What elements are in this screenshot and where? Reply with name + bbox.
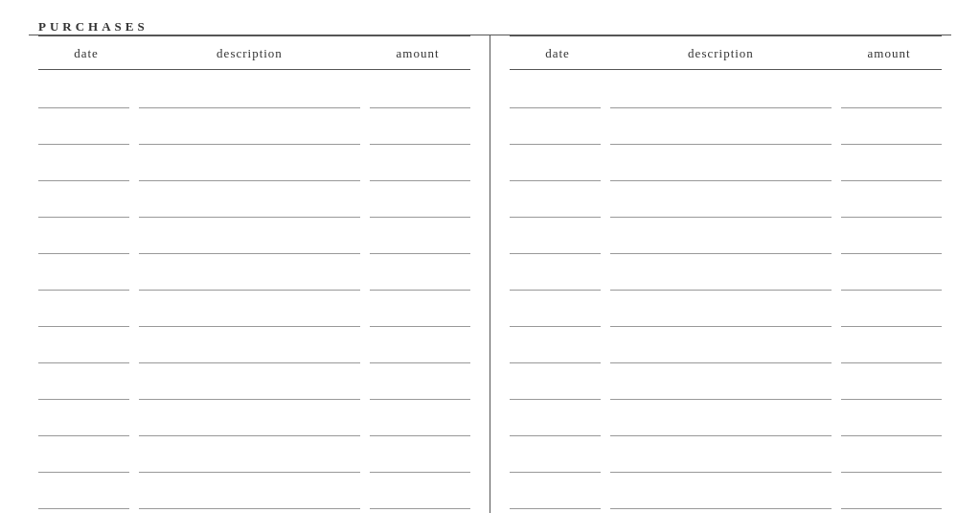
- desc-cell[interactable]: [610, 273, 832, 291]
- desc-cell[interactable]: [139, 383, 360, 400]
- table-row: [510, 329, 942, 365]
- date-cell[interactable]: [510, 91, 601, 108]
- left-col-description: description: [134, 46, 365, 61]
- date-cell[interactable]: [38, 164, 129, 181]
- table-row: [38, 183, 470, 220]
- desc-cell[interactable]: [610, 237, 832, 254]
- table-row: [510, 438, 942, 475]
- date-cell[interactable]: [510, 310, 601, 327]
- right-table: date description amount: [490, 35, 951, 513]
- desc-cell[interactable]: [139, 346, 360, 363]
- desc-cell[interactable]: [139, 164, 360, 181]
- date-cell[interactable]: [510, 419, 601, 436]
- date-cell[interactable]: [510, 346, 601, 363]
- section-title: PURCHASES: [29, 19, 951, 35]
- amount-cell[interactable]: [841, 164, 942, 181]
- desc-cell[interactable]: [610, 128, 832, 145]
- date-cell[interactable]: [510, 164, 601, 181]
- page-container: PURCHASES date description amount: [29, 19, 951, 513]
- date-cell[interactable]: [510, 273, 601, 291]
- table-row: [38, 110, 470, 147]
- date-cell[interactable]: [38, 419, 129, 436]
- desc-cell[interactable]: [610, 91, 832, 108]
- date-cell[interactable]: [38, 310, 129, 327]
- date-cell[interactable]: [38, 273, 129, 291]
- date-cell[interactable]: [38, 91, 129, 108]
- date-cell[interactable]: [38, 128, 129, 145]
- desc-cell[interactable]: [139, 273, 360, 291]
- amount-cell[interactable]: [841, 419, 942, 436]
- amount-cell[interactable]: [370, 237, 470, 254]
- date-cell[interactable]: [38, 492, 129, 509]
- desc-cell[interactable]: [610, 164, 832, 181]
- amount-cell[interactable]: [841, 346, 942, 363]
- table-row: [38, 329, 470, 365]
- amount-cell[interactable]: [841, 383, 942, 400]
- desc-cell[interactable]: [139, 200, 360, 218]
- desc-cell[interactable]: [610, 455, 832, 473]
- date-cell[interactable]: [38, 200, 129, 218]
- date-cell[interactable]: [510, 200, 601, 218]
- desc-cell[interactable]: [610, 346, 832, 363]
- table-row: [510, 147, 942, 183]
- left-col-amount: amount: [365, 46, 470, 61]
- desc-cell[interactable]: [139, 237, 360, 254]
- table-row: [38, 147, 470, 183]
- amount-cell[interactable]: [370, 383, 470, 400]
- table-row: [510, 475, 942, 511]
- amount-cell[interactable]: [370, 273, 470, 291]
- amount-cell[interactable]: [841, 200, 942, 218]
- desc-cell[interactable]: [139, 310, 360, 327]
- table-row: [38, 475, 470, 511]
- desc-cell[interactable]: [610, 492, 832, 509]
- desc-cell[interactable]: [139, 455, 360, 473]
- amount-cell[interactable]: [370, 91, 470, 108]
- amount-cell[interactable]: [841, 128, 942, 145]
- date-cell[interactable]: [38, 455, 129, 473]
- amount-cell[interactable]: [841, 455, 942, 473]
- table-row: [510, 402, 942, 438]
- table-row: [510, 74, 942, 110]
- date-cell[interactable]: [38, 237, 129, 254]
- amount-cell[interactable]: [370, 346, 470, 363]
- table-row: [38, 438, 470, 475]
- table-row: [38, 402, 470, 438]
- desc-cell[interactable]: [610, 310, 832, 327]
- table-row: [510, 220, 942, 256]
- desc-cell[interactable]: [139, 91, 360, 108]
- desc-cell[interactable]: [610, 419, 832, 436]
- date-cell[interactable]: [510, 455, 601, 473]
- table-row: [38, 220, 470, 256]
- right-rows: [510, 74, 942, 513]
- table-row: [38, 292, 470, 329]
- amount-cell[interactable]: [370, 164, 470, 181]
- amount-cell[interactable]: [370, 128, 470, 145]
- date-cell[interactable]: [510, 128, 601, 145]
- amount-cell[interactable]: [370, 200, 470, 218]
- amount-cell[interactable]: [841, 91, 942, 108]
- table-row: [510, 292, 942, 329]
- date-cell[interactable]: [38, 383, 129, 400]
- amount-cell[interactable]: [841, 310, 942, 327]
- right-col-amount: amount: [836, 46, 942, 61]
- amount-cell[interactable]: [370, 455, 470, 473]
- left-col-date: date: [38, 46, 134, 61]
- date-cell[interactable]: [510, 492, 601, 509]
- left-table: date description amount: [29, 35, 490, 513]
- date-cell[interactable]: [510, 237, 601, 254]
- date-cell[interactable]: [38, 346, 129, 363]
- amount-cell[interactable]: [370, 492, 470, 509]
- desc-cell[interactable]: [610, 200, 832, 218]
- amount-cell[interactable]: [841, 273, 942, 291]
- date-cell[interactable]: [510, 383, 601, 400]
- desc-cell[interactable]: [139, 492, 360, 509]
- desc-cell[interactable]: [139, 419, 360, 436]
- right-col-description: description: [605, 46, 836, 61]
- amount-cell[interactable]: [841, 492, 942, 509]
- amount-cell[interactable]: [370, 310, 470, 327]
- amount-cell[interactable]: [841, 237, 942, 254]
- desc-cell[interactable]: [139, 128, 360, 145]
- desc-cell[interactable]: [610, 383, 832, 400]
- table-row: [38, 365, 470, 402]
- amount-cell[interactable]: [370, 419, 470, 436]
